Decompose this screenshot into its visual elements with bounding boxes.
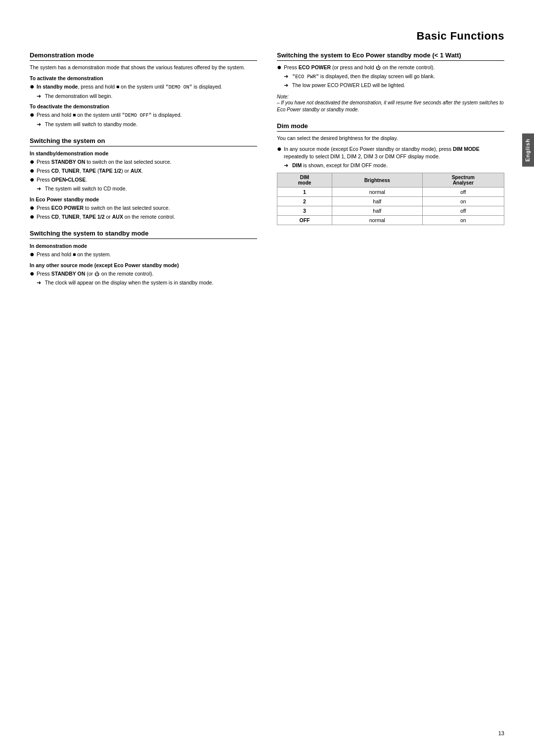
- display-text: "DEMO ON": [166, 85, 192, 90]
- bold-text: TUNER: [62, 214, 80, 220]
- bullet-icon: ●: [30, 250, 37, 258]
- table-cell-dim: 3: [277, 206, 332, 216]
- table-cell-dim: 1: [277, 188, 332, 197]
- bullet-icon: ●: [30, 213, 37, 221]
- bullet-text: Press STANDBY ON to switch on the last s…: [37, 158, 257, 166]
- list-item: ● In standby mode, press and hold ■ on t…: [30, 83, 257, 91]
- table-header-brightness: Brightness: [332, 173, 423, 188]
- bold-text: CD: [51, 214, 59, 220]
- section-dim-mode-desc: You can select the desired brightness fo…: [277, 135, 504, 142]
- section-demonstration-title: Demonstration mode: [30, 51, 257, 61]
- bold-text: STANDBY ON: [51, 159, 85, 165]
- list-item: ● Press STANDBY ON to switch on the last…: [30, 158, 257, 166]
- table-cell-spectrum: off: [422, 188, 504, 197]
- bullet-text: Press CD, TUNER, TAPE (TAPE 1/2) or AUX.: [37, 167, 257, 175]
- list-item: ● Press and hold ■ on the system.: [30, 251, 257, 258]
- arrow-text: The system will switch to standby mode.: [44, 121, 137, 128]
- list-item: ● Press ECO POWER (or press and hold ⏻ o…: [277, 64, 504, 71]
- arrow-icon: ➜: [37, 279, 44, 286]
- note-block: Note: – If you have not deactivated the …: [277, 94, 504, 113]
- table-cell-brightness: half: [332, 206, 423, 216]
- arrow-text: The system will switch to CD mode.: [44, 185, 127, 192]
- subsection-standby-demo-title: In standby/demonstration mode: [30, 150, 257, 156]
- list-item: ● Press OPEN•CLOSE.: [30, 176, 257, 184]
- arrow-text: The low power ECO POWER LED will be ligh…: [291, 82, 405, 89]
- page-number: 13: [498, 730, 504, 736]
- bold-text: TAPE 1/2: [83, 214, 105, 220]
- arrow-icon: ➜: [284, 162, 291, 169]
- bullet-text: Press OPEN•CLOSE.: [37, 176, 257, 184]
- arrow-item: ➜ The low power ECO POWER LED will be li…: [284, 82, 504, 89]
- bold-text: ECO POWER: [51, 205, 84, 211]
- display-text: "ECO PWR": [292, 74, 319, 80]
- table-cell-dim: 2: [277, 197, 332, 206]
- section-switching-standby: Switching the system to standby mode In …: [30, 230, 257, 286]
- table-header-dim: DIMmode: [277, 173, 332, 188]
- subsection-other-source-title: In any other source mode (except Eco Pow…: [30, 262, 257, 268]
- arrow-text: The clock will appear on the display whe…: [44, 279, 214, 286]
- bold-text: TUNER: [62, 168, 80, 174]
- page: Basic Functions English Demonstration mo…: [0, 0, 534, 756]
- section-switching-on-title: Switching the system on: [30, 137, 257, 146]
- bullet-text: Press and hold ■ on the system until "DE…: [37, 111, 257, 119]
- bullet-text: Press ECO POWER to switch on the last se…: [37, 204, 257, 212]
- table-cell-brightness: normal: [332, 188, 423, 197]
- arrow-item: ➜ "ECO PWR" is displayed, then the displ…: [284, 73, 504, 81]
- bold-text: ECO POWER: [299, 64, 331, 70]
- list-item: ● Press CD, TUNER, TAPE (TAPE 1/2) or AU…: [30, 167, 257, 175]
- bullet-text: In any source mode (except Eco Power sta…: [284, 145, 504, 160]
- arrow-icon: ➜: [284, 73, 291, 80]
- bullet-text: Press and hold ■ on the system.: [37, 251, 257, 258]
- table-cell-brightness: half: [332, 197, 423, 206]
- bold-text: TAPE: [83, 168, 96, 174]
- bold-text: DIM: [292, 162, 302, 168]
- bold-text: AUX: [112, 214, 123, 220]
- arrow-item: ➜ The system will switch to CD mode.: [37, 185, 257, 192]
- bold-text: OPEN•CLOSE: [51, 177, 86, 183]
- bold-text: AUX: [131, 168, 141, 174]
- table-cell-spectrum: on: [422, 216, 504, 225]
- section-eco-power-standby-title: Switching the system to Eco Power standb…: [277, 51, 504, 61]
- arrow-icon: ➜: [37, 93, 44, 100]
- list-item: ● Press and hold ■ on the system until "…: [30, 111, 257, 119]
- arrow-icon: ➜: [37, 185, 44, 192]
- bold-text: CD: [51, 168, 59, 174]
- bold-text: In standby mode: [37, 84, 78, 90]
- section-switching-on: Switching the system on In standby/demon…: [30, 137, 257, 221]
- subsection-activate-title: To activate the demonstration: [30, 75, 257, 81]
- table-cell-brightness: normal: [332, 216, 423, 225]
- list-item: ● In any source mode (except Eco Power s…: [277, 145, 504, 160]
- bullet-icon: ●: [30, 176, 37, 184]
- table-header-spectrum: SpectrumAnalyser: [422, 173, 504, 188]
- bullet-icon: ●: [277, 63, 284, 71]
- table-cell-spectrum: on: [422, 197, 504, 206]
- arrow-item: ➜ The demonstration will begin.: [37, 93, 257, 100]
- bullet-text: Press STANDBY ON (or ⏻ on the remote con…: [37, 270, 257, 278]
- bullet-icon: ●: [30, 270, 37, 278]
- list-item: ● Press STANDBY ON (or ⏻ on the remote c…: [30, 270, 257, 278]
- section-dim-mode: Dim mode You can select the desired brig…: [277, 122, 504, 226]
- bullet-icon: ●: [30, 158, 37, 166]
- arrow-text: "ECO PWR" is displayed, then the display…: [291, 73, 435, 81]
- bullet-text: Press CD, TUNER, TAPE 1/2 or AUX on the …: [37, 213, 257, 221]
- subsection-demo-mode-title: In demonstration mode: [30, 243, 257, 249]
- table-cell-spectrum: off: [422, 206, 504, 216]
- bullet-icon: ●: [30, 204, 37, 212]
- arrow-text: DIM is shown, except for DIM OFF mode.: [291, 162, 388, 169]
- arrow-item: ➜ DIM is shown, except for DIM OFF mode.: [284, 162, 504, 169]
- arrow-item: ➜ The clock will appear on the display w…: [37, 279, 257, 286]
- bullet-text: In standby mode, press and hold ■ on the…: [37, 83, 257, 91]
- section-demonstration-desc: The system has a demonstration mode that…: [30, 64, 257, 71]
- display-text: "DEMO OFF": [122, 113, 152, 118]
- right-column: Switching the system to Eco Power standb…: [277, 51, 504, 295]
- list-item: ● Press CD, TUNER, TAPE 1/2 or AUX on th…: [30, 213, 257, 221]
- bold-text: STANDBY ON: [51, 271, 85, 277]
- left-column: Demonstration mode The system has a demo…: [30, 51, 257, 295]
- dim-table: DIMmode Brightness SpectrumAnalyser 1 no…: [277, 173, 504, 225]
- table-row: OFF normal on: [277, 216, 504, 225]
- main-content: Demonstration mode The system has a demo…: [30, 51, 504, 295]
- table-cell-dim: OFF: [277, 216, 332, 225]
- section-eco-power-standby: Switching the system to Eco Power standb…: [277, 51, 504, 113]
- bold-text: DIM MODE: [453, 146, 480, 152]
- subsection-eco-power-title: In Eco Power standby mode: [30, 196, 257, 202]
